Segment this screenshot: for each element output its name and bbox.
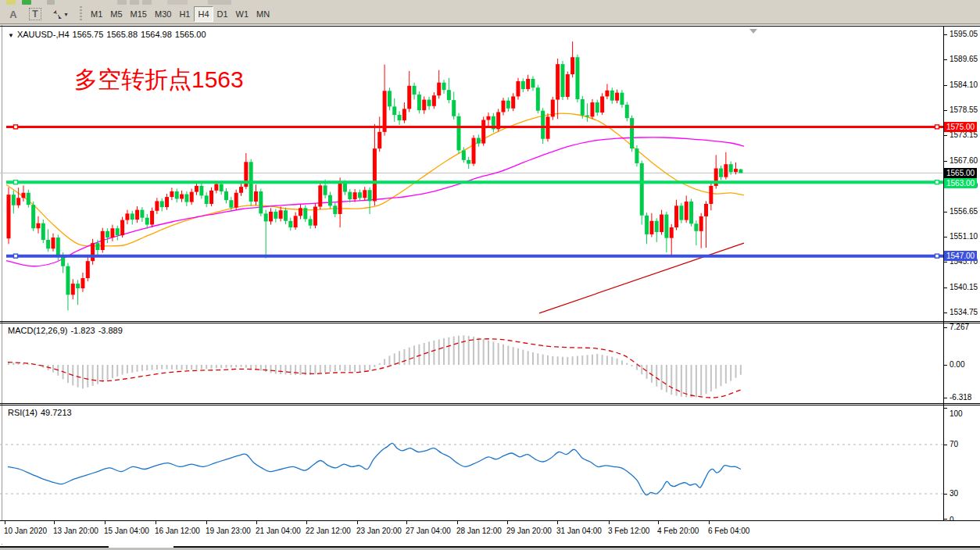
- tab-timeframe-d1[interactable]: D1: [213, 6, 232, 22]
- axis-tick: [944, 34, 947, 35]
- text-tool-glyph: T: [29, 8, 41, 20]
- price-tick-label: 1534.75: [950, 308, 978, 316]
- rsi-name: RSI(14): [8, 408, 38, 417]
- price-line-tag: 1575.00: [944, 122, 977, 132]
- price-tick-label: 1584.10: [950, 80, 978, 89]
- chart-text-annotation[interactable]: 多空转折点1563: [74, 64, 244, 96]
- axis-tick: [944, 237, 947, 238]
- macd-panel[interactable]: [0, 323, 943, 403]
- axis-tick: [944, 519, 947, 520]
- axis-tick: [944, 398, 947, 398]
- time-tick-label: 3 Feb 12:00: [608, 527, 649, 535]
- time-tick-label: 31 Jan 04:00: [556, 527, 602, 535]
- tab-timeframe-m1[interactable]: M1: [87, 6, 106, 22]
- price-line-tag: 1547.00: [944, 251, 977, 261]
- axis-tick: [944, 262, 947, 262]
- chart-window: ▼XAUUSD-,H41565.751565.881564.981565.00 …: [0, 25, 980, 550]
- price-tick-label: 1589.65: [950, 55, 978, 63]
- price-tick-label: 1573.15: [950, 130, 978, 139]
- chevron-down-icon: ▾: [64, 11, 67, 18]
- tab-timeframe-w1[interactable]: W1: [232, 6, 253, 22]
- price-tick-label: -6.318: [950, 393, 971, 402]
- price-tick-label: 7.267: [950, 323, 969, 331]
- toolbar: A T ▾ M1M5M15M30H1H4D1W1MN: [0, 0, 980, 24]
- macd-signal-value: -3.889: [98, 326, 123, 335]
- rsi-panel[interactable]: [0, 405, 943, 520]
- price-tick-label: 1578.55: [950, 105, 978, 114]
- tab-timeframe-m15[interactable]: M15: [127, 6, 151, 22]
- time-tick-label: 15 Jan 04:00: [104, 527, 149, 535]
- rsi-value: 49.7213: [41, 408, 72, 417]
- time-tick-label: 13 Jan 20:00: [53, 527, 98, 535]
- time-tick-label: 16 Jan 12:00: [155, 527, 200, 535]
- time-tick-label: 4 Feb 20:00: [657, 527, 699, 535]
- tab-timeframe-h4[interactable]: H4: [194, 6, 213, 22]
- axis-tick: [944, 110, 947, 111]
- axis-tick: [944, 135, 947, 136]
- panel-separator[interactable]: [0, 321, 980, 322]
- axis-tick: [944, 312, 947, 313]
- panel-separator[interactable]: [0, 520, 980, 521]
- price-tick-label: 1567.60: [950, 156, 978, 165]
- quote-open: 1565.75: [73, 30, 104, 39]
- symbol-label: XAUUSD-,H4: [17, 30, 70, 39]
- tab-timeframe-m30[interactable]: M30: [151, 6, 175, 22]
- time-tick-label: 6 Feb 04:00: [708, 527, 749, 535]
- timeframe-group: M1M5M15M30H1H4D1W1MN: [87, 6, 274, 22]
- text-tool-button[interactable]: T: [27, 6, 44, 22]
- axis-tick: [944, 494, 947, 495]
- macd-main-value: -1.823: [70, 326, 95, 335]
- rsi-tick-label: 30: [950, 489, 958, 498]
- panel-separator[interactable]: [0, 26, 980, 27]
- macd-label: MACD(12,26,9)-1.823-3.889: [8, 326, 126, 335]
- macd-name: MACD(12,26,9): [8, 326, 67, 335]
- time-tick-label: 28 Jan 12:00: [456, 527, 502, 535]
- axis-tick: [944, 327, 947, 328]
- bottom-strip: [0, 545, 980, 550]
- tab-timeframe-m5[interactable]: M5: [106, 6, 126, 22]
- quote-close: 1565.00: [175, 30, 206, 39]
- axis-border: [943, 26, 944, 521]
- price-tick-label: 1595.05: [950, 30, 978, 38]
- time-tick-label: 10 Jan 2020: [4, 527, 47, 535]
- axis-tick: [944, 161, 947, 162]
- panel-separator[interactable]: [0, 323, 980, 323]
- time-axis[interactable]: 10 Jan 202013 Jan 20:0015 Jan 04:0016 Ja…: [0, 520, 980, 544]
- quote-low: 1564.98: [141, 30, 172, 39]
- double-arrow-icon: [52, 9, 63, 20]
- tab-timeframe-h1[interactable]: H1: [175, 6, 194, 22]
- time-tick-label: 21 Jan 04:00: [256, 527, 301, 535]
- tab-timeframe-mn[interactable]: MN: [252, 6, 274, 22]
- axis-tick: [944, 85, 947, 86]
- collapse-triangle-icon: ▼: [8, 32, 14, 39]
- panel-separator[interactable]: [0, 405, 980, 405]
- quote-high: 1565.88: [106, 30, 138, 39]
- time-tick-label: 29 Jan 20:00: [506, 527, 552, 535]
- axis-tick: [944, 408, 947, 409]
- axis-tick: [944, 288, 947, 288]
- toolbar-grip[interactable]: [78, 6, 84, 22]
- axis-tick: [944, 212, 947, 212]
- axis-tick: [944, 59, 947, 60]
- text-label-tool-button[interactable]: A: [5, 6, 22, 22]
- arrange-arrows-button[interactable]: ▾: [48, 6, 72, 22]
- price-line-tag: 1563.00: [944, 178, 977, 188]
- price-tick-label: 1556.65: [950, 207, 978, 216]
- rsi-tick-label: 70: [950, 440, 958, 448]
- time-tick-label: 19 Jan 23:00: [206, 527, 251, 535]
- price-line-tag: 1565.00: [944, 168, 977, 178]
- time-tick-label: 27 Jan 04:00: [406, 527, 451, 535]
- time-tick-label: 22 Jan 12:00: [306, 527, 351, 535]
- toolbar-clipped-icons: [0, 0, 980, 5]
- axis-tick: [944, 445, 947, 445]
- mt4-window: A T ▾ M1M5M15M30H1H4D1W1MN ▼XAUUSD-,H415…: [0, 0, 980, 550]
- quote-line: ▼XAUUSD-,H41565.751565.881564.981565.00: [8, 30, 209, 39]
- price-tick-label: 1540.15: [950, 283, 978, 291]
- time-tick-label: 23 Jan 20:00: [356, 527, 402, 535]
- price-axis[interactable]: 1595.051589.651584.101578.551573.151567.…: [944, 25, 980, 550]
- rsi-tick-label: 100: [950, 409, 963, 418]
- price-tick-label: 1551.10: [950, 232, 978, 241]
- panel-separator[interactable]: [0, 403, 980, 404]
- rsi-label: RSI(14)49.7213: [8, 408, 75, 417]
- price-tick-label: 0.00: [950, 360, 964, 369]
